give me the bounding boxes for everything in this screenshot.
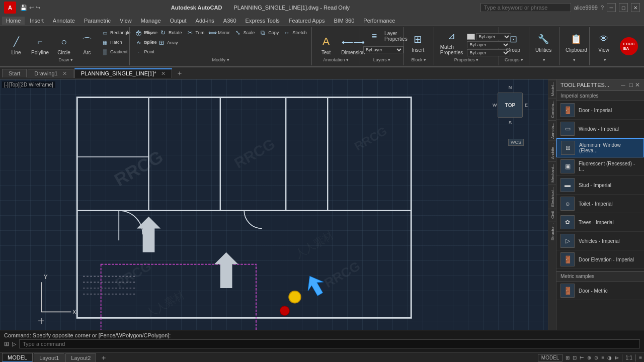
side-tab-structur[interactable]: Structur... — [548, 221, 556, 242]
menu-annotate[interactable]: Annotate — [49, 17, 79, 25]
menu-manage[interactable]: Manage — [137, 17, 165, 25]
tab-model[interactable]: MODEL — [2, 353, 33, 362]
tool-rectangle[interactable]: ▭Rectangle — [99, 28, 132, 37]
tool-copy[interactable]: ⧉Copy — [257, 28, 280, 37]
palette-maximize-button[interactable]: □ — [629, 81, 633, 88]
grid-btn[interactable]: ⊞ — [566, 355, 570, 360]
palette-minimize-button[interactable]: ─ — [621, 81, 625, 88]
palette-item-trees[interactable]: ✿ Trees - Imperial — [556, 213, 644, 232]
tool-fillet[interactable]: ⌐Fillet — [133, 38, 155, 47]
menu-express-tools[interactable]: Express Tools — [242, 17, 284, 25]
tab-layout2[interactable]: Layout2 — [65, 353, 96, 363]
polar-btn[interactable]: ⊕ — [587, 355, 591, 360]
palette-item-aluminum-window[interactable]: ⊞ Aluminum Window (Eleva... — [556, 138, 644, 157]
minimize-button[interactable]: ─ — [607, 3, 616, 12]
palette-item-door-elevation[interactable]: 🚪 Door Elevation - Imperial — [556, 250, 644, 269]
tab-planning[interactable]: PLANNING_SINGLE_LINE[1]* ✕ — [74, 68, 172, 78]
side-tab-constraints[interactable]: Constra... — [548, 98, 556, 120]
tool-polyline[interactable]: ⌐ Polyline — [28, 33, 52, 56]
transparency-btn[interactable]: ◑ — [607, 355, 612, 360]
insert-label: Insert — [412, 47, 424, 53]
tool-scale[interactable]: ⤡Scale — [232, 28, 257, 37]
tool-stretch[interactable]: ↔Stretch — [281, 28, 308, 37]
tool-clipboard[interactable]: 📋 Clipboard — [562, 30, 590, 54]
tool-arc[interactable]: ⌒ Arc — [76, 33, 98, 56]
model-status-btn[interactable]: MODEL — [538, 354, 563, 361]
palette-item-toilet[interactable]: ⊙ Toilet - Imperial — [556, 195, 644, 213]
canvas-area[interactable]: [-][Top][2D Wireframe] — [0, 79, 548, 330]
menu-view[interactable]: View — [116, 17, 136, 25]
quick-access-redo[interactable]: ↪ — [36, 5, 40, 11]
layer-icon: ≡ — [366, 28, 382, 44]
view-label: View — [598, 47, 609, 53]
circle-icon: ○ — [56, 34, 72, 50]
tool-match-properties[interactable]: ⊿ MatchProperties — [437, 27, 466, 56]
layer-select[interactable]: ByLayer — [363, 46, 404, 53]
side-tab-electrical[interactable]: Electrical... — [548, 185, 556, 209]
title-left: A 💾 ↩ ↪ — [4, 2, 40, 14]
tool-text[interactable]: A Text — [315, 33, 337, 56]
ortho-btn[interactable]: ⊢ — [580, 355, 584, 360]
tool-view[interactable]: 👁 View — [593, 30, 615, 54]
quick-access-undo[interactable]: ↩ — [29, 5, 34, 11]
menu-parametric[interactable]: Parametric — [80, 17, 115, 25]
aluminum-window-label: Aluminum Window (Eleva... — [579, 142, 639, 153]
tool-hatch[interactable]: ▦Hatch — [99, 38, 132, 47]
close-planning[interactable]: ✕ — [161, 70, 166, 76]
text-icon: A — [318, 34, 334, 50]
palette-item-vehicles[interactable]: ▷ Vehicles - Imperial — [556, 232, 644, 250]
add-layout-button[interactable]: ＋ — [97, 352, 110, 363]
palette-item-window-imperial[interactable]: ▭ Window - Imperial — [556, 120, 644, 138]
tool-array[interactable]: ⊞Array — [156, 38, 180, 47]
menu-output[interactable]: Output — [166, 17, 191, 25]
side-tab-annotate[interactable]: Annota... — [548, 120, 556, 141]
menu-performance[interactable]: Performance — [359, 17, 399, 25]
quick-access-save[interactable]: 💾 — [20, 5, 27, 11]
tab-drawing1[interactable]: Drawing1 ✕ — [28, 69, 73, 78]
tool-move[interactable]: ✛Move — [133, 28, 156, 37]
menu-bim360[interactable]: BIM 360 — [330, 17, 358, 25]
command-expand-icon[interactable]: ⊞ — [4, 340, 9, 347]
menu-featured-apps[interactable]: Featured Apps — [285, 17, 329, 25]
side-tab-archite[interactable]: Archite... — [548, 141, 556, 161]
palette-item-door-metric[interactable]: 🚪 Door - Metric — [556, 282, 644, 300]
tab-layout1[interactable]: Layout1 — [34, 353, 64, 363]
menu-addins[interactable]: Add-ins — [192, 17, 218, 25]
group-label: Group — [506, 47, 520, 53]
tool-group[interactable]: ⊡ Group — [502, 30, 524, 54]
palette-close-button[interactable]: ✕ — [635, 81, 640, 88]
tool-mirror[interactable]: ⟺Mirror — [207, 28, 231, 37]
tool-layer-properties[interactable]: ≡ LayerProperties — [363, 27, 411, 45]
tool-circle[interactable]: ○ Circle — [53, 33, 75, 56]
command-input[interactable] — [19, 339, 640, 348]
close-drawing1[interactable]: ✕ — [62, 70, 67, 76]
side-tab-mechani[interactable]: Mechani... — [548, 161, 556, 185]
tab-start[interactable]: Start — [2, 69, 27, 77]
fillet-icon: ⌐ — [134, 39, 142, 47]
add-tab-button[interactable]: ＋ — [173, 68, 186, 79]
palette-item-stud[interactable]: ▬ Stud - Imperial — [556, 176, 644, 195]
palette-item-door-imperial[interactable]: 🚪 Door - Imperial — [556, 101, 644, 120]
tool-rotate[interactable]: ↻Rotate — [157, 28, 184, 37]
close-button[interactable]: ✕ — [631, 3, 640, 12]
customization-btn[interactable]: ≡ — [639, 355, 642, 360]
menu-a360[interactable]: A360 — [219, 17, 240, 25]
tool-line[interactable]: ╱ Line — [5, 33, 27, 56]
side-tab-models[interactable]: Model... — [548, 79, 556, 98]
compass-inner[interactable]: TOP — [498, 93, 523, 118]
dynin-btn[interactable]: ⊳ — [615, 355, 619, 360]
menu-insert[interactable]: Insert — [26, 17, 48, 25]
side-tab-civil[interactable]: Civil — [548, 209, 556, 221]
restore-button[interactable]: ◻ — [619, 3, 628, 12]
tool-utilities[interactable]: 🔧 Utilities — [532, 30, 554, 54]
snap-btn[interactable]: ⊡ — [573, 355, 577, 360]
palette-item-fluorescent[interactable]: ▣ Fluorescent (Recessed) - I... — [556, 157, 644, 176]
tool-gradient[interactable]: ▒Gradient — [99, 47, 132, 56]
tool-trim[interactable]: ✂Trim — [185, 28, 206, 37]
help-icon[interactable]: ? — [601, 5, 604, 11]
lineweight-btn[interactable]: ≡ — [601, 355, 604, 360]
search-input[interactable] — [480, 3, 571, 12]
tool-insert[interactable]: ⊞ Insert — [407, 30, 429, 54]
osnap-btn[interactable]: ⊙ — [594, 355, 598, 360]
menu-home[interactable]: Home — [2, 17, 25, 25]
